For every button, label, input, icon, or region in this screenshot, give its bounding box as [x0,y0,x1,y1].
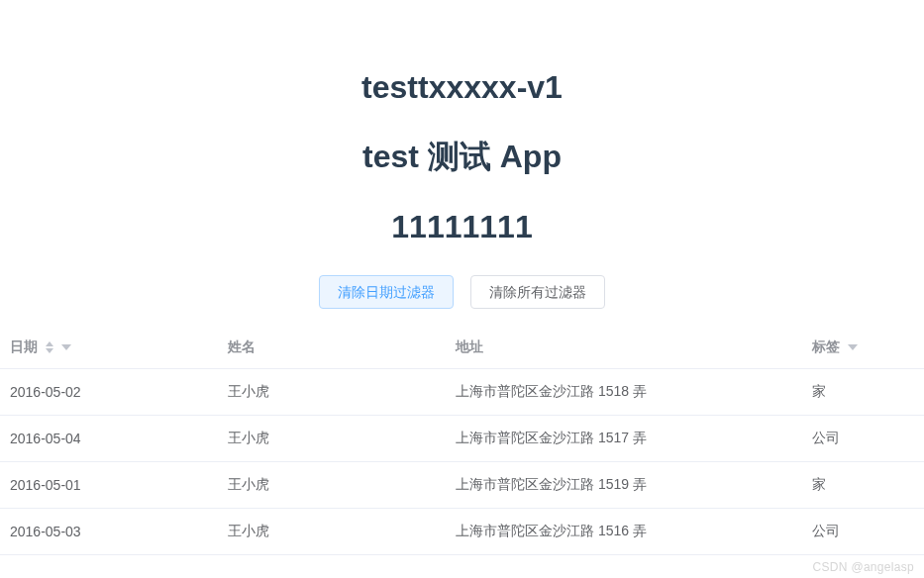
table-row[interactable]: 2016-05-02 王小虎 上海市普陀区金沙江路 1518 弄 家 [0,369,924,416]
cell-name: 王小虎 [218,369,446,416]
cell-address: 上海市普陀区金沙江路 1518 弄 [446,369,802,416]
chevron-down-icon[interactable] [848,344,858,350]
table-row[interactable]: 2016-05-04 王小虎 上海市普陀区金沙江路 1517 弄 公司 [0,416,924,462]
cell-name: 王小虎 [218,416,446,462]
watermark: CSDN @angelasp [813,560,914,574]
chevron-down-icon[interactable] [61,344,71,350]
column-header-date[interactable]: 日期 [0,327,218,369]
cell-date: 2016-05-03 [0,509,218,555]
column-header-tag[interactable]: 标签 [802,327,924,369]
cell-tag: 家 [802,369,924,416]
heading-2: test 测试 App [0,136,924,179]
column-header-address: 地址 [446,327,802,369]
table-header-row: 日期 姓名 地址 标签 [0,327,924,369]
heading-1: testtxxxxx-v1 [0,69,924,106]
cell-date: 2016-05-04 [0,416,218,462]
clear-date-filter-button[interactable]: 清除日期过滤器 [319,275,454,309]
table-row[interactable]: 2016-05-03 王小虎 上海市普陀区金沙江路 1516 弄 公司 [0,509,924,555]
data-table: 日期 姓名 地址 标签 [0,327,924,555]
cell-address: 上海市普陀区金沙江路 1517 弄 [446,416,802,462]
cell-name: 王小虎 [218,462,446,509]
cell-tag: 公司 [802,509,924,555]
cell-address: 上海市普陀区金沙江路 1516 弄 [446,509,802,555]
headings-block: testtxxxxx-v1 test 测试 App 11111111 [0,0,924,245]
column-header-date-label: 日期 [10,338,38,356]
column-header-name-label: 姓名 [228,338,256,354]
heading-3: 11111111 [0,209,924,245]
column-header-name: 姓名 [218,327,446,369]
sort-icon[interactable] [46,341,53,353]
clear-all-filters-button[interactable]: 清除所有过滤器 [470,275,605,309]
column-header-tag-label: 标签 [812,338,840,356]
button-row: 清除日期过滤器 清除所有过滤器 [0,275,924,309]
cell-date: 2016-05-02 [0,369,218,416]
cell-date: 2016-05-01 [0,462,218,509]
cell-name: 王小虎 [218,509,446,555]
table-row[interactable]: 2016-05-01 王小虎 上海市普陀区金沙江路 1519 弄 家 [0,462,924,509]
column-header-address-label: 地址 [456,338,483,354]
cell-address: 上海市普陀区金沙江路 1519 弄 [446,462,802,509]
cell-tag: 公司 [802,416,924,462]
cell-tag: 家 [802,462,924,509]
